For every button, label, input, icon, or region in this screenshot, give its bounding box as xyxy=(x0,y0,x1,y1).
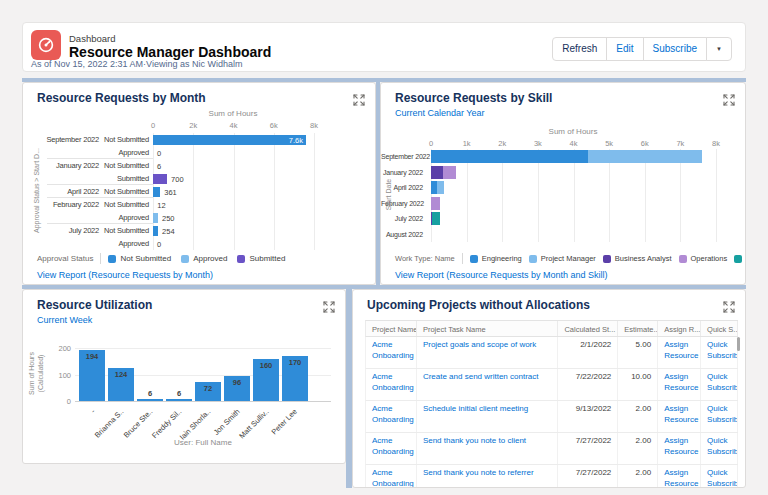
bar-segment[interactable] xyxy=(153,213,158,223)
month-label: April 2022 xyxy=(67,187,99,196)
calculated-start-cell: 7/27/2022 xyxy=(558,433,618,464)
row-plot: 361 xyxy=(153,185,376,198)
panel-title: Resource Requests by Month xyxy=(37,91,206,105)
row-plot: 0 xyxy=(153,237,376,250)
bar-segment[interactable] xyxy=(432,212,440,225)
legend-label: Business Analyst xyxy=(615,254,672,263)
legend-title: Work Type: Name xyxy=(395,254,455,263)
assign-resource-link[interactable]: Assign Resource xyxy=(658,465,701,488)
row-labels: Approved xyxy=(47,146,153,159)
axis-tick: 200 xyxy=(49,344,71,353)
project-task-link[interactable]: Schedule initial client meeting xyxy=(417,401,559,432)
bar-value: 12 xyxy=(157,201,165,210)
status-label: Submitted xyxy=(117,174,149,183)
filter-current-calendar-year[interactable]: Current Calendar Year xyxy=(395,108,485,118)
bar[interactable] xyxy=(137,399,163,401)
quick-subscribe-link[interactable]: Quick Subscribe xyxy=(701,465,738,488)
project-name-link[interactable]: Acme Onboarding xyxy=(366,401,417,432)
bar-value: 700 xyxy=(171,175,184,184)
axis-tick: 6k xyxy=(270,121,278,130)
quick-subscribe-link[interactable]: Quick Subscribe xyxy=(701,337,738,368)
quick-subscribe-link[interactable]: Quick Subscribe xyxy=(701,433,738,464)
edit-button[interactable]: Edit xyxy=(606,37,643,61)
bar-segment[interactable] xyxy=(588,150,702,163)
status-label: Approved xyxy=(118,148,149,157)
axis-tick: 5k xyxy=(605,139,613,148)
table-scrollbar[interactable] xyxy=(737,337,740,351)
column-header[interactable]: Assign R... xyxy=(658,321,701,336)
axis-tick: 8k xyxy=(310,121,318,130)
subscribe-button[interactable]: Subscribe xyxy=(643,37,707,61)
bar-segment[interactable] xyxy=(443,166,455,179)
row-plot xyxy=(431,181,444,194)
expand-icon[interactable] xyxy=(723,92,735,104)
column-header[interactable]: Estimate... xyxy=(618,321,658,336)
bar-value: 0 xyxy=(157,149,161,158)
gridline xyxy=(75,348,331,349)
assign-resource-link[interactable]: Assign Resource xyxy=(658,369,701,400)
column-header[interactable]: Project Task Name xyxy=(417,321,559,336)
axis-tick: 7k xyxy=(676,139,684,148)
panel-requests-by-month: Resource Requests by Month Sum of Hours … xyxy=(22,82,376,285)
axis-tick: 100 xyxy=(49,371,71,380)
expand-icon[interactable] xyxy=(353,92,365,104)
row-labels: Approved xyxy=(47,211,153,224)
bar-value: 250 xyxy=(162,214,175,223)
category-label: Matt Sulliv.. xyxy=(237,407,270,440)
panel-title: Resource Requests by Skill xyxy=(395,91,552,105)
bar-segment[interactable]: 7.6k xyxy=(153,135,306,145)
bar-value: 6 xyxy=(157,162,161,171)
chart-legend: Work Type: Name EngineeringProject Manag… xyxy=(395,253,746,264)
more-actions-button[interactable]: ▼ xyxy=(706,37,732,61)
column-header[interactable]: Project Name...↑ xyxy=(366,321,417,336)
bar-segment[interactable] xyxy=(437,181,444,194)
bar-segment[interactable] xyxy=(153,226,158,236)
project-task-link[interactable]: Create and send written contract xyxy=(417,369,559,400)
assign-resource-link[interactable]: Assign Resource xyxy=(658,337,701,368)
project-name-link[interactable]: Acme Onboarding xyxy=(366,465,417,488)
assign-resource-link[interactable]: Assign Resource xyxy=(658,401,701,432)
bar-segment[interactable] xyxy=(431,197,440,210)
bar-segment[interactable] xyxy=(431,150,588,163)
refresh-button[interactable]: Refresh xyxy=(552,37,607,61)
bar-value: 96 xyxy=(224,378,250,387)
view-report-link[interactable]: View Report (Resource Requests by Month) xyxy=(37,270,213,280)
table-row: Acme OnboardingSend thank you note to re… xyxy=(365,465,738,488)
status-label: Not Submitted xyxy=(104,135,149,144)
bar-value: 0 xyxy=(157,240,161,249)
row-plot: 0 xyxy=(153,146,376,159)
chart-row: Submitted700 xyxy=(23,172,376,185)
legend-divider xyxy=(100,253,101,264)
status-label: Not Submitted xyxy=(104,226,149,235)
assign-resource-link[interactable]: Assign Resource xyxy=(658,433,701,464)
axis-tick: 0 xyxy=(151,121,155,130)
chart-row: September 2022Not Submitted7.6k xyxy=(23,133,376,146)
project-name-link[interactable]: Acme Onboarding xyxy=(366,369,417,400)
chart-row: April 2022 xyxy=(381,180,746,196)
legend-swatch xyxy=(529,255,537,263)
project-name-link[interactable]: Acme Onboarding xyxy=(366,433,417,464)
legend-title: Approval Status xyxy=(37,254,93,263)
quick-subscribe-link[interactable]: Quick Subscribe xyxy=(701,401,738,432)
dashboard-header: Dashboard Resource Manager Dashboard As … xyxy=(22,22,746,72)
chart-row: January 2022Not Submitted6 xyxy=(23,159,376,172)
panel-requests-by-skill: Resource Requests by Skill Current Calen… xyxy=(380,82,746,285)
project-task-link[interactable]: Project goals and scope of work xyxy=(417,337,559,368)
project-task-link[interactable]: Send thank you note to client xyxy=(417,433,559,464)
expand-icon[interactable] xyxy=(723,299,735,311)
category-label: - xyxy=(88,407,96,415)
column-header[interactable]: Quick S... xyxy=(701,321,738,336)
quick-subscribe-link[interactable]: Quick Subscribe xyxy=(701,369,738,400)
bar-segment[interactable] xyxy=(153,174,167,184)
bar-segment[interactable] xyxy=(153,187,160,197)
chart-row: July 2022 xyxy=(381,211,746,227)
chart-row: Approved250 xyxy=(23,211,376,224)
bar[interactable] xyxy=(166,399,192,401)
project-name-link[interactable]: Acme Onboarding xyxy=(366,337,417,368)
column-header[interactable]: Calculated St... xyxy=(558,321,618,336)
project-task-link[interactable]: Send thank you note to referrer xyxy=(417,465,559,488)
axis-tick: 0 xyxy=(49,397,71,406)
bar-segment[interactable] xyxy=(431,166,443,179)
category-label: August 2022 xyxy=(381,231,427,238)
view-report-link[interactable]: View Report (Resource Requests by Month … xyxy=(395,270,607,280)
